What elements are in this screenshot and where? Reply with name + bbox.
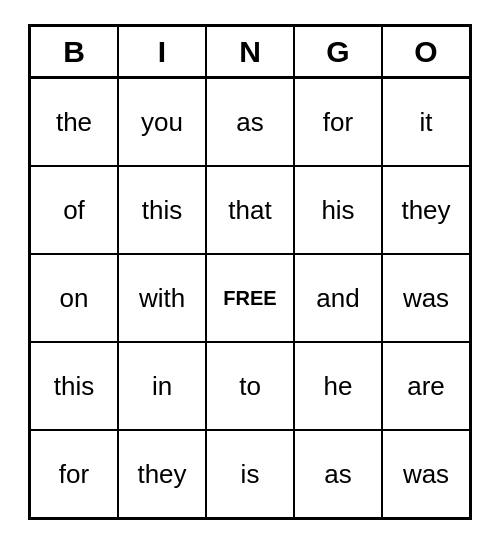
- bingo-cell-r3-c1: in: [118, 342, 206, 430]
- bingo-cell-r2-c3: and: [294, 254, 382, 342]
- header-cell-g: G: [294, 26, 382, 78]
- bingo-cell-r0-c2: as: [206, 78, 294, 166]
- bingo-cell-r4-c3: as: [294, 430, 382, 518]
- bingo-row-2: onwithFREEandwas: [30, 254, 470, 342]
- bingo-cell-r2-c4: was: [382, 254, 470, 342]
- header-cell-n: N: [206, 26, 294, 78]
- bingo-cell-r2-c1: with: [118, 254, 206, 342]
- bingo-cell-r0-c1: you: [118, 78, 206, 166]
- bingo-cell-r2-c0: on: [30, 254, 118, 342]
- bingo-cell-r4-c4: was: [382, 430, 470, 518]
- bingo-cell-r4-c2: is: [206, 430, 294, 518]
- bingo-cell-r3-c0: this: [30, 342, 118, 430]
- bingo-cell-r2-c2: FREE: [206, 254, 294, 342]
- bingo-cell-r1-c3: his: [294, 166, 382, 254]
- header-cell-o: O: [382, 26, 470, 78]
- bingo-cell-r1-c4: they: [382, 166, 470, 254]
- bingo-cell-r0-c3: for: [294, 78, 382, 166]
- bingo-cell-r1-c2: that: [206, 166, 294, 254]
- bingo-body: theyouasforitofthisthathistheyonwithFREE…: [30, 78, 470, 518]
- bingo-cell-r3-c2: to: [206, 342, 294, 430]
- bingo-cell-r3-c3: he: [294, 342, 382, 430]
- header-cell-i: I: [118, 26, 206, 78]
- bingo-cell-r0-c0: the: [30, 78, 118, 166]
- bingo-cell-r4-c1: they: [118, 430, 206, 518]
- bingo-row-3: thisintoheare: [30, 342, 470, 430]
- bingo-cell-r4-c0: for: [30, 430, 118, 518]
- bingo-row-4: fortheyisaswas: [30, 430, 470, 518]
- bingo-cell-r1-c1: this: [118, 166, 206, 254]
- bingo-row-1: ofthisthathisthey: [30, 166, 470, 254]
- bingo-header-row: BINGO: [30, 26, 470, 78]
- bingo-cell-r1-c0: of: [30, 166, 118, 254]
- header-cell-b: B: [30, 26, 118, 78]
- bingo-cell-r3-c4: are: [382, 342, 470, 430]
- bingo-row-0: theyouasforit: [30, 78, 470, 166]
- bingo-card: BINGO theyouasforitofthisthathistheyonwi…: [28, 24, 472, 520]
- bingo-cell-r0-c4: it: [382, 78, 470, 166]
